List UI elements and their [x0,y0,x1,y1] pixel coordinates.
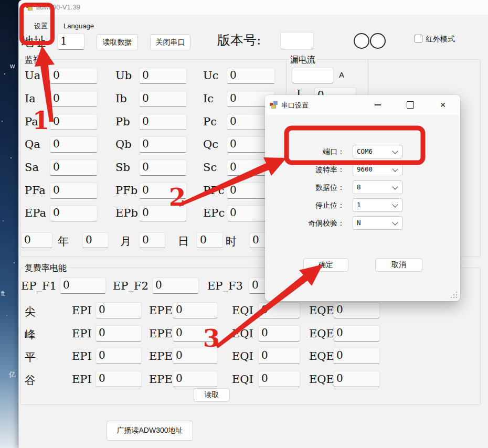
rate-col-label: EPI [72,304,92,317]
monitor-field[interactable]: 0 [50,205,98,221]
monitor-field[interactable]: 0 [50,91,98,107]
desktop-icon-label: 亿 [9,370,16,379]
rate-field[interactable]: 0 [96,302,142,318]
date-field[interactable]: 0 [21,232,52,248]
monitor-field[interactable]: 0 [50,68,98,84]
maximize-icon[interactable] [402,99,418,111]
address-field[interactable]: 1 [57,34,84,50]
parity-select[interactable]: N [353,216,402,230]
monitor-label: PFb [115,184,137,197]
close-serial-button[interactable]: 关闭串口 [150,34,190,50]
databits-label: 数据位： [284,183,345,193]
leakage-field[interactable] [292,68,334,83]
monitor-field[interactable]: 0 [139,114,187,130]
stopbits-select[interactable]: 1 [353,198,402,212]
date-unit: 年 [58,234,69,249]
port-label: 端口： [284,147,345,157]
rate-field[interactable]: 0 [258,348,300,364]
monitor-field[interactable]: 0 [227,68,275,84]
stopbits-label: 停止位： [284,201,345,210]
app-icon [26,3,35,11]
parity-label: 奇偶校验： [284,219,345,228]
monitor-label: Sa [25,161,39,174]
energy-total-field[interactable]: 0 [60,278,106,294]
energy-total-label: EP_F2 [113,280,148,292]
date-unit: 日 [178,234,189,249]
energy-total-label: EP_F3 [207,280,243,292]
monitor-field[interactable]: 0 [139,91,187,107]
parity-value: N [357,219,361,227]
read-data-button[interactable]: 读取数据 [97,34,138,50]
rate-field[interactable]: 0 [333,371,380,387]
databits-select[interactable]: 8 [353,180,402,194]
chevron-down-icon [392,166,398,172]
monitor-field[interactable]: 0 [50,136,98,153]
rate-col-label: EQE [309,373,334,386]
rate-col-label: EPE [149,373,173,386]
rate-field[interactable]: 0 [333,302,380,318]
version-field[interactable] [280,32,314,49]
monitor-field[interactable]: 0 [50,159,98,176]
date-field[interactable]: 0 [139,232,165,248]
monitor-label: PFc [203,184,224,197]
rate-col-label: EQI [232,350,253,362]
monitor-label: Ia [25,92,36,105]
rate-field[interactable]: 0 [258,371,300,387]
rate-name: 谷 [25,373,36,388]
date-field[interactable]: 0 [82,232,109,248]
broadcast-read-button[interactable]: 广播读ADW300地址 [107,421,193,441]
date-unit: 时 [226,234,237,249]
rate-col-label: EPE [149,304,173,317]
infrared-checkbox[interactable] [415,35,422,42]
read-energy-button[interactable]: 读取 [194,388,230,402]
rate-col-label: EPI [72,373,92,386]
energy-total-label: EP_F1 [21,280,57,292]
rate-col-label: EPI [72,350,92,362]
rate-col-label: EPE [149,350,173,362]
rate-field[interactable]: 0 [173,371,218,387]
energy-total-field[interactable]: 0 [152,278,199,294]
monitor-label: Ic [203,92,214,105]
baudrate-select[interactable]: 9600 [353,163,402,176]
monitor-field[interactable]: 0 [139,136,187,153]
rate-field[interactable]: 0 [173,348,218,364]
monitor-field[interactable]: 0 [50,183,98,199]
rate-field[interactable]: 0 [258,302,300,318]
rate-field[interactable]: 0 [333,348,380,364]
monitor-label: Sc [203,161,217,174]
resize-grip[interactable] [451,292,457,298]
rate-col-label: EQI [232,327,253,340]
monitor-label: Ua [25,69,40,82]
monitor-field[interactable]: 0 [139,183,187,199]
date-field[interactable]: 0 [197,232,223,248]
rate-field[interactable]: 0 [96,371,142,387]
rate-col-label: EQI [232,373,253,386]
ok-button[interactable]: 确定 [303,258,348,272]
monitor-label: EPa [25,207,46,219]
rate-field[interactable]: 0 [333,325,380,342]
monitor-field[interactable]: 0 [139,68,187,84]
minimize-icon[interactable] [370,99,386,111]
monitor-group-label: 监视 [23,55,43,66]
monitor-field[interactable]: 0 [139,159,187,176]
leakage-group-label: 漏电流 [289,55,317,66]
rate-field[interactable]: 0 [96,348,142,364]
chevron-down-icon [392,148,398,154]
monitor-field[interactable]: 0 [50,114,98,130]
serial-settings-dialog: 串口设置 × 端口： COM6 波特率： 9600 数据位： 8 停止位： 1 … [265,95,460,301]
rate-field[interactable]: 0 [258,325,300,342]
rate-col-label: EQE [309,350,334,362]
rate-field[interactable]: 0 [173,325,218,342]
menu-settings[interactable]: 设置 [25,20,57,32]
desktop-icon-label: ft [1,290,5,297]
monitor-label: Qc [203,138,218,151]
monitor-label: EPb [115,207,138,219]
rate-field[interactable]: 0 [96,325,142,342]
monitor-field[interactable]: 0 [139,205,187,221]
rate-field[interactable]: 0 [173,302,218,318]
cancel-button[interactable]: 取消 [375,258,422,272]
status-lamp-1 [354,33,369,49]
close-icon[interactable]: × [435,99,451,111]
port-select[interactable]: COM6 [353,145,402,158]
menu-language[interactable]: Language [57,20,101,32]
